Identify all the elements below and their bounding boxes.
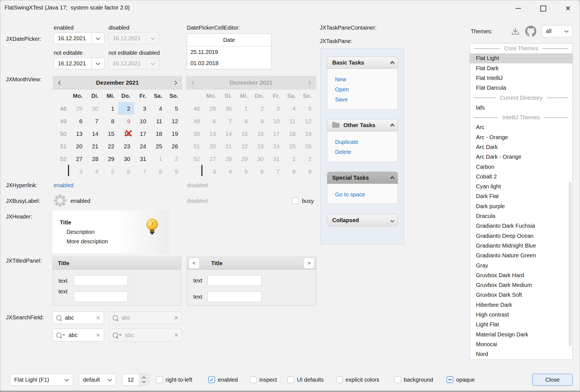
theme-list-item[interactable]: Arc Dark	[470, 142, 572, 152]
day-cell[interactable]: 18	[150, 127, 166, 140]
checkbox-enabled[interactable]	[208, 376, 215, 383]
task-link[interactable]: Open	[335, 84, 398, 94]
theme-list-item[interactable]: Carbon	[470, 162, 572, 172]
day-cell[interactable]: 24	[134, 140, 150, 153]
theme-list-item[interactable]: Light Flat	[470, 320, 572, 329]
theme-list-item[interactable]: Material Design Dark	[470, 330, 572, 339]
spinner-buttons[interactable]	[139, 374, 149, 385]
day-cell[interactable]: 4	[150, 102, 166, 115]
search-input[interactable]: abc	[65, 332, 96, 338]
checkbox-ui-defaults[interactable]	[287, 376, 294, 383]
theme-list-item[interactable]: Gruvbox Dark Medium	[470, 280, 572, 290]
theme-list-item[interactable]: Dracula	[470, 211, 572, 221]
table-row[interactable]: 25.11.2019	[187, 46, 271, 58]
font-size-spinner[interactable]: 12	[122, 374, 149, 386]
theme-list-item[interactable]: Arc Dark - Orange	[470, 152, 572, 162]
collapse-icon[interactable]	[391, 175, 394, 180]
expand-icon[interactable]	[391, 218, 394, 222]
busy-checkbox[interactable]	[292, 198, 299, 204]
collapse-icon[interactable]	[391, 123, 394, 128]
theme-list-item[interactable]: Cobalt 2	[470, 172, 572, 182]
theme-list-item[interactable]: Arc	[470, 122, 572, 132]
task-pane-header[interactable]: Basic Tasks	[327, 56, 398, 69]
theme-list-item[interactable]: Gradianto Deep Ocean	[470, 231, 572, 241]
theme-list-item[interactable]: Hiberbee Dark	[470, 300, 572, 310]
download-icon[interactable]	[511, 27, 520, 36]
task-link[interactable]: Go to space	[335, 189, 398, 199]
panel-right-button[interactable]: >	[304, 258, 314, 268]
theme-list-item[interactable]: Monocai	[470, 339, 572, 349]
theme-list-item[interactable]: Dark purple	[470, 201, 572, 211]
day-cell[interactable]: 13	[70, 127, 86, 140]
clear-search-icon[interactable]: ✕	[96, 315, 100, 321]
day-cell[interactable]: 8	[102, 115, 118, 127]
themes-list[interactable]: Core ThemesFlat LightFlat DarkFlat Intel…	[470, 43, 573, 360]
checkbox-opaque[interactable]	[447, 376, 453, 383]
day-cell[interactable]: 7	[86, 115, 102, 127]
theme-list-item[interactable]: Nord	[470, 349, 572, 359]
checkbox-inspect[interactable]	[250, 376, 256, 383]
day-cell[interactable]: 6	[118, 165, 134, 178]
hyperlink-enabled[interactable]: enabled	[54, 181, 74, 189]
task-link[interactable]: New	[335, 74, 398, 84]
search-field-menu-enabled[interactable]: abc ✕	[53, 329, 104, 341]
theme-list-item[interactable]: Gradianto Dark Fuchsia	[470, 221, 572, 231]
day-cell[interactable]: 30	[118, 153, 134, 165]
day-cell[interactable]: 14	[86, 127, 102, 140]
day-cell[interactable]: 6	[70, 115, 86, 127]
task-pane-header[interactable]: Special Tasks	[327, 172, 398, 184]
collapse-icon[interactable]	[391, 60, 394, 65]
day-cell[interactable]: 2	[118, 102, 134, 115]
theme-list-item[interactable]: Gruvbox Dark Hard	[470, 270, 572, 280]
day-cell[interactable]: 5	[102, 165, 118, 178]
table-row[interactable]: 01.02.2018	[187, 58, 271, 69]
theme-list-item[interactable]: Flat Light	[470, 53, 572, 63]
day-cell[interactable]: 7	[134, 165, 150, 178]
theme-list-item[interactable]: Flat Dark	[470, 63, 572, 73]
close-button[interactable]: Close	[532, 374, 573, 386]
day-cell[interactable]: 1	[102, 102, 118, 115]
text-input[interactable]	[74, 275, 128, 286]
datepicker-enabled[interactable]: 16.12.2021	[54, 32, 104, 44]
day-cell[interactable]: 9	[118, 115, 134, 127]
checkbox-explicit-colors[interactable]	[336, 376, 343, 383]
day-cell[interactable]: 11	[150, 115, 166, 127]
maximize-button[interactable]	[534, 2, 552, 15]
text-input[interactable]	[208, 291, 262, 302]
lookandfeel-combo[interactable]: Flat Light (F1)	[10, 374, 73, 386]
task-pane-header[interactable]: Other Tasks	[327, 119, 398, 131]
github-icon[interactable]	[525, 26, 536, 37]
text-input[interactable]	[74, 291, 128, 302]
day-cell[interactable]: 12	[166, 115, 182, 127]
theme-list-item[interactable]: Flat IntelliJ	[470, 73, 572, 83]
checkbox-background[interactable]	[394, 376, 401, 383]
search-input[interactable]: abc	[62, 315, 96, 321]
text-input[interactable]	[208, 275, 262, 286]
day-cell[interactable]: 29	[70, 102, 86, 115]
day-cell[interactable]: 22	[102, 140, 118, 153]
theme-list-item[interactable]: Flat Darcula	[470, 83, 572, 93]
day-cell[interactable]: 1	[150, 153, 166, 165]
theme-list-item[interactable]: lafs	[470, 103, 572, 113]
font-size-value[interactable]: 12	[122, 377, 139, 383]
day-cell[interactable]: 31	[134, 153, 150, 165]
theme-list-item[interactable]: High contrast	[470, 310, 572, 320]
task-link[interactable]: Save	[335, 94, 398, 104]
panel-left-button[interactable]: <	[189, 258, 199, 268]
day-cell[interactable]: 30	[86, 102, 102, 115]
day-cell[interactable]: 21	[86, 140, 102, 153]
day-cell[interactable]: 26	[166, 140, 182, 153]
theme-list-item[interactable]: Dark Flat	[470, 191, 572, 201]
theme-list-item[interactable]: Arc - Orange	[470, 132, 572, 142]
table-header-date[interactable]: Date	[187, 34, 271, 46]
day-cell[interactable]: 20	[70, 140, 86, 153]
day-cell[interactable]: 19	[166, 127, 182, 140]
day-cell[interactable]: 5	[166, 102, 182, 115]
cell-editor-table[interactable]: Date 25.11.2019 01.02.2018	[187, 34, 271, 69]
day-cell[interactable]: 27	[70, 153, 86, 165]
day-cell[interactable]: 3	[70, 165, 86, 178]
day-cell[interactable]: 4	[86, 165, 102, 178]
task-link[interactable]: Duplicate	[335, 137, 398, 147]
day-cell[interactable]: 16	[118, 127, 134, 140]
scrollbar-thumb[interactable]	[569, 182, 572, 346]
